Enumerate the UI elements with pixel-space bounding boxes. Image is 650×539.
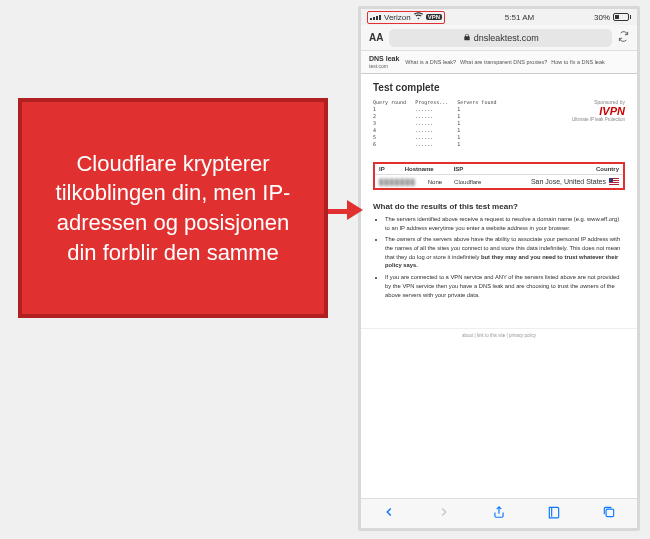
svg-rect-0 <box>606 509 614 517</box>
callout-text: Cloudflare krypterer tilkoblingen din, m… <box>40 149 306 268</box>
result-table: IP Hostname ISP Country ███████ None Clo… <box>373 162 625 190</box>
explain-section: What do the results of this test mean? T… <box>361 196 637 308</box>
col-hostname: Hostname <box>405 166 434 172</box>
share-icon[interactable] <box>492 505 506 522</box>
status-left: Verizon VPN <box>367 11 445 24</box>
list-item: If you are connected to a VPN service an… <box>385 273 625 299</box>
site-logo[interactable]: DNS leak test.com <box>369 55 399 69</box>
cell-country: San Jose, United States <box>531 178 619 185</box>
phone-frame: Verizon VPN 5:51 AM 30% AA dnsleaktest.c… <box>358 6 640 531</box>
table-header: IP Hostname ISP Country <box>375 164 623 175</box>
safari-toolbar <box>361 498 637 528</box>
table-row: ███████ None Cloudflare San Jose, United… <box>375 175 623 188</box>
list-item: The owners of the servers above have the… <box>385 235 625 270</box>
nav-link-what-is[interactable]: What is a DNS leak? <box>405 59 456 65</box>
nav-links: What is a DNS leak? What are transparent… <box>405 59 604 65</box>
callout-arrow <box>325 200 363 220</box>
status-bar: Verizon VPN 5:51 AM 30% <box>361 9 637 25</box>
test-title: Test complete <box>373 82 625 93</box>
flag-us-icon <box>609 178 619 185</box>
site-header: DNS leak test.com What is a DNS leak? Wh… <box>361 51 637 74</box>
back-icon[interactable] <box>382 505 396 522</box>
cell-hostname: None <box>428 179 442 185</box>
url-bar: AA dnsleaktest.com <box>361 25 637 51</box>
url-field[interactable]: dnsleaktest.com <box>389 29 612 47</box>
battery-percent: 30% <box>594 13 610 22</box>
test-stats: Query round Progress... Servers found 1 … <box>373 99 496 148</box>
test-section: Test complete Query round Progress... Se… <box>361 74 637 156</box>
status-right: 30% <box>594 13 631 22</box>
reader-button[interactable]: AA <box>369 32 383 43</box>
col-isp: ISP <box>454 166 464 172</box>
col-ip: IP <box>379 166 385 172</box>
list-item: The servers identified above receive a r… <box>385 215 625 232</box>
vpn-badge: VPN <box>426 14 442 20</box>
forward-icon[interactable] <box>437 505 451 522</box>
status-time: 5:51 AM <box>505 13 534 22</box>
callout-box: Cloudflare krypterer tilkoblingen din, m… <box>18 98 328 318</box>
page-content: DNS leak test.com What is a DNS leak? Wh… <box>361 51 637 498</box>
cell-ip: ███████ <box>379 179 416 185</box>
lock-icon <box>463 33 471 43</box>
cell-isp: Cloudflare <box>454 179 481 185</box>
col-country: Country <box>596 166 619 172</box>
nav-link-fix[interactable]: How to fix a DNS leak <box>551 59 605 65</box>
wifi-icon <box>414 12 423 23</box>
battery-icon <box>613 13 631 21</box>
sponsor-logo[interactable]: IVPN <box>572 105 625 117</box>
carrier-label: Verizon <box>384 13 411 22</box>
bookmarks-icon[interactable] <box>547 505 561 522</box>
refresh-icon[interactable] <box>618 31 629 44</box>
url-domain: dnsleaktest.com <box>474 33 539 43</box>
tabs-icon[interactable] <box>602 505 616 522</box>
signal-icon <box>370 15 381 20</box>
sponsor-block: Sponsored by IVPN Ultimate IP leak Prote… <box>572 99 625 122</box>
page-footer[interactable]: about | link to this site | privacy poli… <box>361 328 637 342</box>
explain-list: The servers identified above receive a r… <box>373 215 625 299</box>
nav-link-proxies[interactable]: What are transparent DNS proxies? <box>460 59 547 65</box>
explain-title: What do the results of this test mean? <box>373 202 625 211</box>
stats-row: Query round Progress... Servers found 1 … <box>373 99 625 148</box>
